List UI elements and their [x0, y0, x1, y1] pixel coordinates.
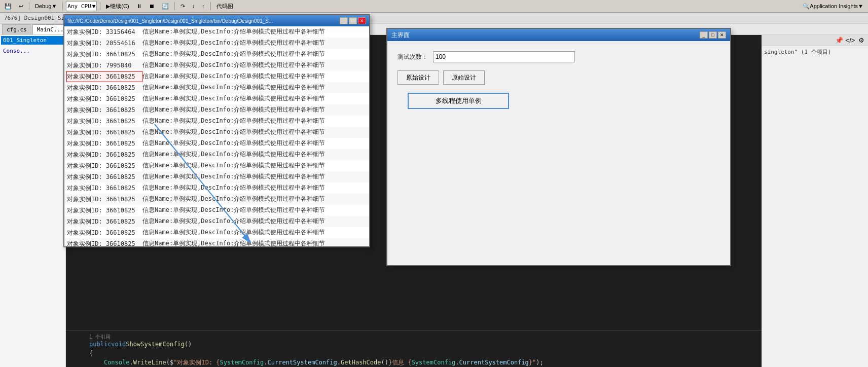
console-row-3: 对象实例ID: 7995840信息Name:单例实现,DescInfo:介绍单例… [64, 60, 369, 71]
cpu-label: Any CPU [67, 3, 91, 10]
tab-cfg-label: cfg.cs [7, 26, 27, 33]
console-row-19: 对象实例ID: 36610825信息Name:单例实现,DescInfo:介绍单… [64, 238, 369, 246]
main-form: 主界面 _ □ ✕ 测试次数： 原始设计 原始设计 多线程使用单例 [386, 28, 731, 266]
separator5 [210, 2, 211, 10]
btn2[interactable]: 原始设计 [443, 70, 485, 85]
console-obj-info-17: 信息Name:单例实现,DescInfo:介绍单例模式使用过程中各种细节 [142, 216, 367, 227]
btn3-multithread[interactable]: 多线程使用单例 [408, 93, 509, 109]
test-count-row: 测试次数： [397, 51, 720, 62]
step-out[interactable]: ↑ [199, 1, 207, 11]
btn1[interactable]: 原始设计 [397, 70, 439, 85]
console-obj-id-14: 对象实例ID: 36610825 [66, 182, 142, 194]
console-obj-id-0: 对象实例ID: 33156464 [66, 26, 142, 38]
console-obj-info-5: 信息Name:单例实现,DescInfo:介绍单例模式使用过程中各种细节 [142, 82, 367, 93]
form-close-btn[interactable]: ✕ [718, 31, 726, 39]
app-insights-button[interactable]: 🔍 Application Insights ▼ [800, 1, 866, 11]
console-titlebar: file:///C:/Code/Demo/Design001_Singleton… [64, 15, 369, 26]
console-obj-info-10: 信息Name:单例实现,DescInfo:介绍单例模式使用过程中各种细节 [142, 138, 367, 149]
toolbar: 💾 ↩ Debug ▼ Any CPU ▼ ▶ 继续(C) ⏸ ⏹ 🔄 ↷ ↓ … [0, 0, 868, 13]
stop-button[interactable]: ⏹ [147, 1, 157, 11]
solution-label: singleton" (1 个项目) [762, 46, 868, 58]
console-obj-id-8: 对象实例ID: 36610825 [66, 116, 142, 127]
console-minimize-btn[interactable]: _ [340, 17, 348, 24]
console-row-12: 对象实例ID: 36610825信息Name:单例实现,DescInfo:介绍单… [64, 160, 369, 171]
separator4 [174, 2, 175, 10]
console-obj-info-12: 信息Name:单例实现,DescInfo:介绍单例模式使用过程中各种细节 [142, 160, 367, 171]
console-obj-info-11: 信息Name:单例实现,DescInfo:介绍单例模式使用过程中各种细节 [142, 149, 367, 160]
solution-label-text: singleton" (1 个项目) [764, 49, 831, 55]
console-obj-id-5: 对象实例ID: 36610825 [66, 82, 142, 93]
console-row-14: 对象实例ID: 36610825信息Name:单例实现,DescInfo:介绍单… [64, 182, 369, 194]
console-row-8: 对象实例ID: 36610825信息Name:单例实现,DescInfo:介绍单… [64, 116, 369, 127]
console-obj-info-0: 信息Name:单例实现,DescInfo:介绍单例模式使用过程中各种细节 [142, 26, 367, 38]
console-row-11: 对象实例ID: 36610825信息Name:单例实现,DescInfo:介绍单… [64, 149, 369, 160]
console-obj-id-4: 对象实例ID: 36610825 [66, 71, 142, 82]
bottom-code-section: 1 个引用 public void ShowSystemConfig() { C… [66, 330, 762, 367]
console-row-9: 对象实例ID: 36610825信息Name:单例实现,DescInfo:介绍单… [64, 127, 369, 138]
right-settings-btn[interactable]: ⚙ [857, 36, 866, 45]
undo-button[interactable]: ↩ [16, 1, 26, 11]
cpu-dropdown[interactable]: Any CPU ▼ [66, 1, 97, 11]
tab-cfg[interactable]: cfg.cs [2, 24, 31, 34]
codemap-button[interactable]: 代码图 [214, 1, 236, 11]
console-obj-id-16: 对象实例ID: 36610825 [66, 205, 142, 216]
console-row-0: 对象实例ID: 33156464信息Name:单例实现,DescInfo:介绍单… [64, 26, 369, 38]
console-obj-info-2: 信息Name:单例实现,DescInfo:介绍单例模式使用过程中各种细节 [142, 49, 367, 60]
step-over[interactable]: ↷ [178, 1, 188, 11]
bottom-brace-open: { [66, 349, 762, 358]
save-button[interactable]: 💾 [2, 1, 14, 11]
app-insights-label: Application Insights [810, 3, 858, 9]
separator1 [29, 2, 29, 10]
pause-button[interactable]: ⏸ [134, 1, 144, 11]
right-panel: 📌 </> ⚙ singleton" (1 个项目) [762, 35, 868, 367]
console-obj-info-9: 信息Name:单例实现,DescInfo:介绍单例模式使用过程中各种细节 [142, 127, 367, 138]
solution-item-001[interactable]: 001_Singleton [1, 36, 64, 45]
tab-main-label: MainC... [37, 26, 64, 33]
continue-label: 继续(C) [110, 3, 129, 10]
debug-label: Debug [35, 3, 51, 9]
separator2 [62, 2, 63, 10]
debug-dropdown[interactable]: Debug ▼ [32, 1, 59, 11]
console-obj-info-19: 信息Name:单例实现,DescInfo:介绍单例模式使用过程中各种细节 [142, 238, 367, 246]
console-row-10: 对象实例ID: 36610825信息Name:单例实现,DescInfo:介绍单… [64, 138, 369, 149]
right-code-btn[interactable]: </> [846, 36, 855, 45]
console-row-18: 对象实例ID: 36610825信息Name:单例实现,DescInfo:介绍单… [64, 227, 369, 238]
console-obj-id-13: 对象实例ID: 36610825 [66, 171, 142, 182]
console-row-6: 对象实例ID: 36610825信息Name:单例实现,DescInfo:介绍单… [64, 93, 369, 104]
step-into[interactable]: ↓ [190, 1, 198, 11]
console-row-17: 对象实例ID: 36610825信息Name:单例实现,DescInfo:介绍单… [64, 216, 369, 227]
console-obj-info-3: 信息Name:单例实现,DescInfo:介绍单例模式使用过程中各种细节 [142, 60, 367, 71]
continue-button[interactable]: ▶ 继续(C) [103, 1, 131, 11]
test-count-input[interactable] [433, 51, 575, 62]
console-obj-id-10: 对象实例ID: 36610825 [66, 138, 142, 149]
console-row-15: 对象实例ID: 36610825信息Name:单例实现,DescInfo:介绍单… [64, 194, 369, 205]
console-obj-id-9: 对象实例ID: 36610825 [66, 127, 142, 138]
restart-button[interactable]: 🔄 [159, 1, 171, 11]
console-content[interactable]: 对象实例ID: 33156464信息Name:单例实现,DescInfo:介绍单… [64, 26, 369, 246]
console-obj-info-7: 信息Name:单例实现,DescInfo:介绍单例模式使用过程中各种细节 [142, 104, 367, 116]
code-label: 代码图 [216, 3, 233, 10]
console-obj-info-4: 信息Name:单例实现,DescInfo:介绍单例模式使用过程中各种细节 [142, 71, 367, 82]
form-maximize-btn[interactable]: □ [709, 31, 717, 39]
console-maximize-btn[interactable]: □ [349, 17, 357, 24]
console-row-13: 对象实例ID: 36610825信息Name:单例实现,DescInfo:介绍单… [64, 171, 369, 182]
console-obj-info-13: 信息Name:单例实现,DescInfo:介绍单例模式使用过程中各种细节 [142, 171, 367, 182]
console-obj-id-15: 对象实例ID: 36610825 [66, 194, 142, 205]
console-obj-info-18: 信息Name:单例实现,DescInfo:介绍单例模式使用过程中各种细节 [142, 227, 367, 238]
form-minimize-btn[interactable]: _ [700, 31, 708, 39]
console-obj-id-18: 对象实例ID: 36610825 [66, 227, 142, 238]
console-row-2: 对象实例ID: 36610825信息Name:单例实现,DescInfo:介绍单… [64, 49, 369, 60]
bottom-console-line: Console.WriteLine($"对象实例ID: {SystemConfi… [66, 358, 762, 367]
console-obj-info-14: 信息Name:单例实现,DescInfo:介绍单例模式使用过程中各种细节 [142, 182, 367, 194]
console-close-btn[interactable]: ✕ [358, 17, 366, 24]
console-obj-id-19: 对象实例ID: 36610825 [66, 238, 142, 246]
console-obj-id-17: 对象实例ID: 36610825 [66, 216, 142, 227]
console-row-7: 对象实例ID: 36610825信息Name:单例实现,DescInfo:介绍单… [64, 104, 369, 116]
console-obj-id-12: 对象实例ID: 36610825 [66, 160, 142, 171]
form-titlebar: 主界面 _ □ ✕ [387, 29, 730, 41]
console-obj-info-1: 信息Name:单例实现,DescInfo:介绍单例模式使用过程中各种细节 [142, 38, 367, 49]
console-row-5: 对象实例ID: 36610825信息Name:单例实现,DescInfo:介绍单… [64, 82, 369, 93]
solution-item-console[interactable]: Conso... [1, 47, 64, 55]
console-obj-id-6: 对象实例ID: 36610825 [66, 93, 142, 104]
right-pin-btn[interactable]: 📌 [835, 36, 844, 45]
